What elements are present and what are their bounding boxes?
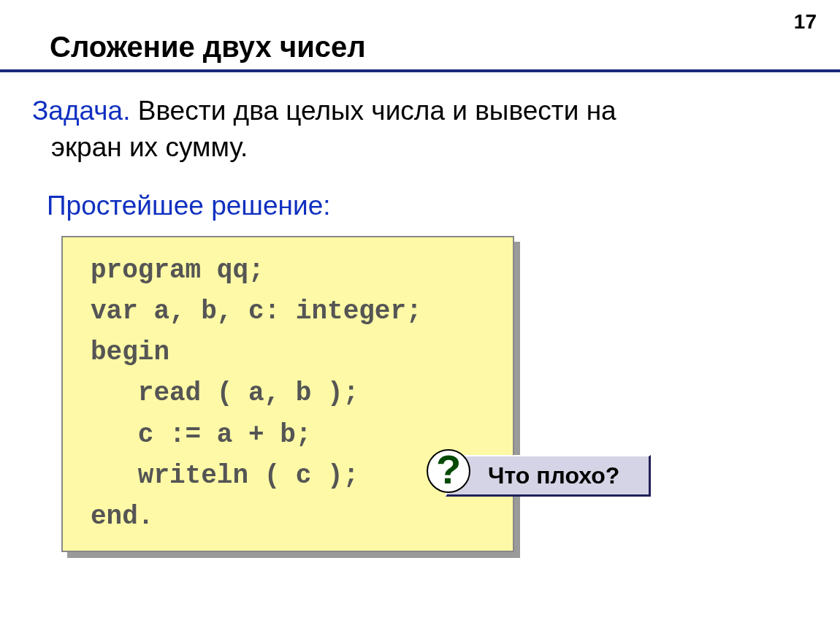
code-line: begin bbox=[91, 332, 491, 373]
code-line: c := a + b; bbox=[91, 415, 491, 456]
code-box: program qq; var a, b, c: integer; begin … bbox=[61, 236, 514, 552]
slide-header: Сложение двух чисел bbox=[0, 0, 840, 72]
code-line: read ( a, b ); bbox=[91, 373, 491, 414]
solution-label: Простейшее решение: bbox=[47, 191, 808, 221]
task-label: Задача. bbox=[32, 96, 130, 126]
task-line-1: Задача. Ввести два целых числа и вывести… bbox=[32, 93, 808, 129]
slide-content: Задача. Ввести два целых числа и вывести… bbox=[0, 72, 840, 552]
question-mark-glyph: ? bbox=[436, 449, 461, 490]
callout-text: Что плохо? bbox=[446, 455, 651, 497]
code-line: var a, b, c: integer; bbox=[91, 291, 491, 332]
task-line-2: экран их сумму. bbox=[32, 129, 808, 166]
code-block: program qq; var a, b, c: integer; begin … bbox=[61, 236, 514, 552]
page-title: Сложение двух чисел bbox=[50, 31, 796, 64]
task-text-1: Ввести два целых числа и вывести на bbox=[130, 96, 616, 126]
callout-box: ? Что плохо? bbox=[446, 455, 651, 497]
code-line: program qq; bbox=[91, 251, 491, 291]
question-mark-icon: ? bbox=[427, 449, 470, 493]
page-number: 17 bbox=[794, 10, 817, 34]
code-line: end. bbox=[91, 497, 491, 538]
